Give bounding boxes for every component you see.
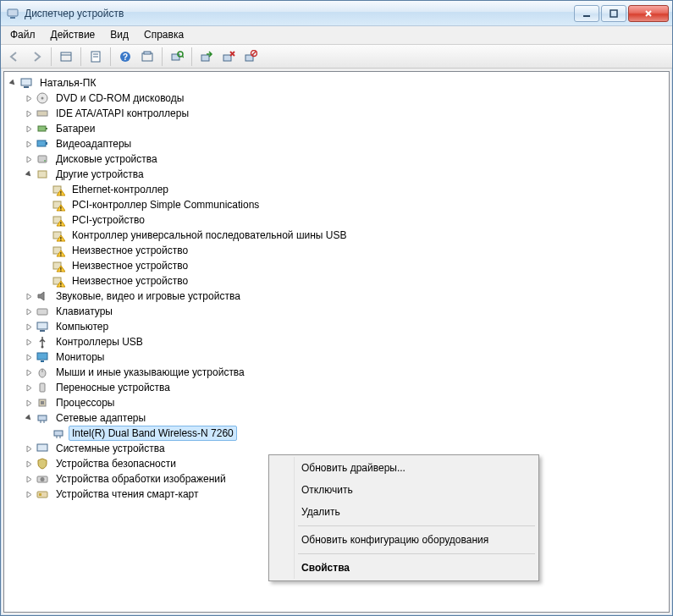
- warning-device-icon: !: [52, 244, 65, 257]
- svg-point-28: [41, 97, 44, 100]
- tree-item-computer-root[interactable]: Наталья-ПК: [6, 75, 667, 91]
- portable-icon: [36, 381, 49, 394]
- tree-item-other-usb[interactable]: ! Контроллер универсальной последователь…: [38, 228, 667, 243]
- toolbar-action-button[interactable]: [137, 47, 157, 67]
- toolbar-uninstall-button[interactable]: [218, 47, 239, 67]
- tree-item-sound[interactable]: Звуковые, видео и игровые устройства: [22, 289, 667, 304]
- tree-item-disk[interactable]: Дисковые устройства: [22, 151, 667, 167]
- expand-icon[interactable]: [22, 487, 36, 501]
- tree-item-other-pci-simple[interactable]: ! PCI-контроллер Simple Communications: [38, 197, 667, 212]
- expand-icon[interactable]: [22, 366, 36, 379]
- tree-root: Наталья-ПК DVD и CD-ROM дисководы ID: [6, 75, 667, 502]
- context-menu-properties[interactable]: Свойства: [271, 557, 537, 579]
- tree-panel[interactable]: Наталья-ПК DVD и CD-ROM дисководы ID: [3, 71, 670, 613]
- tree-item-other-ethernet[interactable]: ! Ethernet-контроллер: [38, 182, 667, 197]
- tree-item-net[interactable]: Сетевые адаптеры: [22, 410, 667, 426]
- expand-icon[interactable]: [22, 457, 36, 470]
- system-device-icon: [36, 442, 49, 455]
- tree-item-monitor[interactable]: Мониторы: [22, 349, 667, 365]
- expand-icon[interactable]: [22, 107, 36, 120]
- disk-icon: [36, 152, 49, 166]
- expand-icon[interactable]: [22, 472, 36, 486]
- expand-icon[interactable]: [22, 320, 36, 333]
- tree-item-other-unknown[interactable]: ! Неизвестное устройство: [38, 273, 667, 289]
- svg-text:!: !: [60, 282, 62, 288]
- no-expand-icon: [38, 426, 52, 440]
- tree-item-video[interactable]: Видеоадаптеры: [22, 136, 667, 151]
- warning-device-icon: !: [52, 183, 65, 196]
- svg-rect-71: [37, 492, 47, 498]
- expand-icon[interactable]: [22, 152, 36, 166]
- tree-item-battery[interactable]: Батареи: [22, 121, 667, 136]
- tree-item-ide[interactable]: IDE ATA/ATAPI контроллеры: [22, 106, 667, 121]
- menu-help[interactable]: Справка: [136, 26, 191, 44]
- expand-icon[interactable]: [22, 137, 36, 151]
- window-title: Диспетчер устройств: [25, 8, 572, 19]
- tree-item-other-devices: Другие устройства ! Ethernet-контроллер: [22, 167, 667, 289]
- tree-label: Звуковые, видео и игровые устройства: [52, 289, 244, 304]
- context-menu-rescan[interactable]: Обновить конфигурацию оборудования: [271, 529, 537, 551]
- expand-icon[interactable]: [22, 381, 36, 394]
- ide-icon: [36, 107, 49, 120]
- no-expand-icon: [38, 213, 52, 227]
- expand-icon[interactable]: [22, 289, 36, 303]
- svg-rect-61: [41, 401, 44, 404]
- toolbar-show-hidden-button[interactable]: [56, 47, 76, 67]
- svg-text:!: !: [60, 236, 62, 242]
- collapse-icon[interactable]: [22, 168, 36, 181]
- toolbar-separator: [80, 47, 81, 66]
- expand-icon[interactable]: [22, 122, 36, 135]
- tree-item-computer[interactable]: Компьютер: [22, 319, 667, 334]
- expand-icon[interactable]: [22, 305, 36, 318]
- tree-item-other-unknown[interactable]: ! Неизвестное устройство: [38, 243, 667, 258]
- toolbar-forward-button[interactable]: [26, 47, 47, 67]
- tree-item-net-intel[interactable]: Intel(R) Dual Band Wireless-N 7260: [38, 426, 667, 441]
- usb-icon: [36, 335, 49, 349]
- svg-rect-3: [610, 10, 617, 17]
- context-menu-disable[interactable]: Отключить: [271, 479, 537, 501]
- close-button[interactable]: [628, 5, 669, 22]
- tree-item-other-unknown[interactable]: ! Неизвестное устройство: [38, 258, 667, 273]
- svg-text:!: !: [60, 221, 62, 227]
- tree-label: Батареи: [52, 121, 98, 136]
- toolbar-scan-button[interactable]: [167, 47, 187, 67]
- tree-item-other[interactable]: Другие устройства: [22, 167, 667, 182]
- collapse-icon[interactable]: [22, 411, 36, 425]
- svg-text:!: !: [60, 267, 62, 272]
- tree-item-dvd[interactable]: DVD и CD-ROM дисководы: [22, 91, 667, 106]
- tree-item-keyboard[interactable]: Клавиатуры: [22, 304, 667, 319]
- tree-item-other-pci[interactable]: ! PCI-устройство: [38, 212, 667, 228]
- display-adapter-icon: [36, 137, 49, 151]
- toolbar-properties-button[interactable]: [86, 47, 106, 67]
- tree-label: Компьютер: [52, 319, 112, 334]
- tree-item-portable[interactable]: Переносные устройства: [22, 380, 667, 395]
- tree-label: Процессоры: [52, 395, 119, 410]
- other-devices-icon: [36, 168, 49, 181]
- expand-icon[interactable]: [22, 91, 36, 105]
- tree-label: Контроллер универсальной последовательно…: [69, 228, 350, 243]
- maximize-button[interactable]: [601, 5, 626, 22]
- menu-view[interactable]: Вид: [102, 26, 136, 44]
- expand-icon[interactable]: [22, 396, 36, 410]
- toolbar-help-button[interactable]: ?: [115, 47, 135, 67]
- toolbar-update-driver-button[interactable]: [196, 47, 217, 67]
- toolbar-separator: [162, 47, 163, 66]
- context-menu-update-drivers[interactable]: Обновить драйверы...: [271, 457, 537, 479]
- tree-item-usbctrl[interactable]: Контроллеры USB: [22, 334, 667, 349]
- collapse-icon[interactable]: [6, 76, 19, 90]
- toolbar-disable-button[interactable]: [240, 47, 261, 67]
- menu-file[interactable]: Файл: [3, 26, 43, 44]
- context-menu-delete[interactable]: Удалить: [271, 501, 537, 523]
- mouse-icon: [36, 366, 49, 379]
- svg-rect-29: [37, 111, 47, 116]
- toolbar-back-button[interactable]: [4, 47, 25, 67]
- menu-action[interactable]: Действие: [43, 26, 103, 44]
- svg-rect-72: [39, 493, 41, 496]
- tree-item-mouse[interactable]: Мыши и иные указывающие устройства: [22, 365, 667, 380]
- expand-icon[interactable]: [22, 350, 36, 364]
- computer-icon: [36, 320, 49, 333]
- expand-icon[interactable]: [22, 335, 36, 349]
- minimize-button[interactable]: [574, 5, 599, 22]
- tree-item-cpu[interactable]: Процессоры: [22, 395, 667, 410]
- expand-icon[interactable]: [22, 442, 36, 455]
